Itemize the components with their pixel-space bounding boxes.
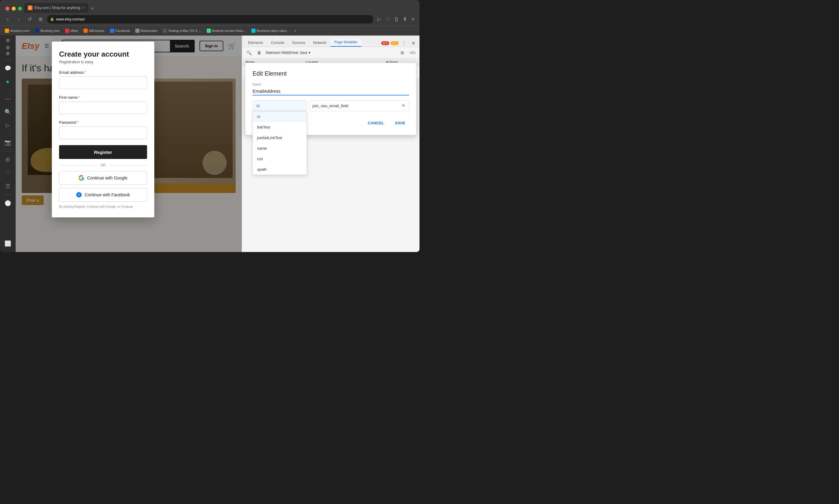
facebook-button-label: Continue with Facebook [85,192,130,197]
elements-tab-label: Elements [248,41,263,45]
or-text: OR [100,163,106,167]
sidebar-icon-circle2 [6,46,10,49]
bookmark-label: eBay [70,29,78,33]
or-line-left [59,165,97,166]
bookmarks-more-button[interactable]: » [292,28,298,34]
option-id-label: id [257,114,260,119]
modal-overlay: Create your account Registration is easy… [16,36,242,252]
facebook-signin-button[interactable]: f Continue with Facebook [59,188,147,202]
view-tabs-button[interactable]: ⊞ [36,15,45,23]
locator-value-container: 👁 [309,100,409,111]
bookmark-android[interactable]: Android version histo... [204,28,248,34]
dt-add-icon[interactable]: ⊞ [398,49,406,57]
password-input[interactable] [59,126,147,139]
bookmark-bookmarks[interactable]: Bookmarks [133,28,160,34]
devtools-tab-actions: ⊗ 5 ⚠ 1 ⋮ ✕ [381,40,417,47]
reload-button[interactable]: ↺ [25,15,34,23]
locator-type-button[interactable]: id [253,100,307,111]
traffic-lights [5,7,22,11]
tab-close-icon[interactable]: × [82,5,84,10]
devtools-panel: Elements Console Sources Network Page Mo… [242,36,420,252]
or-line-right [109,165,147,166]
url-text: www.etsy.com/au/ [56,17,85,21]
dt-driver-select[interactable]: Selenium WebDriver Java ▾ [266,51,310,55]
bookmark-booking[interactable]: Booking.com [33,28,62,34]
menu-button[interactable]: ≡ [410,16,416,23]
locator-value-input[interactable] [312,104,401,108]
new-tab-button[interactable]: + [88,4,97,13]
devtools-tab-elements[interactable]: Elements [244,39,267,47]
locator-option-linktext[interactable]: linkText [253,122,307,132]
sidebar-clock-icon[interactable]: 🕐 [2,198,13,209]
address-bar[interactable]: 🔒 www.etsy.com/au/ [47,15,373,23]
firstname-input[interactable] [59,102,147,114]
sidebar-list-icon[interactable]: ☰ [2,181,13,192]
sidebar-grid-icon[interactable]: ⊞ [2,154,13,165]
cancel-button[interactable]: CANCEL [364,118,388,128]
email-input[interactable] [59,76,147,89]
bookmark-amazon[interactable]: Amazon.com [2,28,32,34]
forward-button[interactable]: › [15,15,23,23]
edit-name-input[interactable] [253,87,409,95]
maximize-button[interactable] [18,7,22,11]
share-button[interactable]: ⬆ [401,15,408,23]
devtools-tab-sources[interactable]: Sources [288,39,309,47]
locator-option-name[interactable]: name [253,143,307,154]
option-name-label: name [257,146,267,150]
heart-button[interactable]: ♡ [384,15,392,23]
browser-tab-etsy[interactable]: E Etsy.com | Shop for anything × [24,3,88,13]
bookmarks-favicon [135,29,139,33]
locator-option-id[interactable]: id [253,111,307,122]
devtools-tab-console[interactable]: Console [267,39,288,47]
sidebar-icon-circle3 [6,52,10,55]
sidebar-expand-icon[interactable]: ⬜ [2,238,13,249]
locator-option-css[interactable]: css [253,154,307,164]
sidebar-divider4 [4,151,12,151]
sidebar-whatsapp-icon[interactable]: ● [2,76,13,87]
minimize-button[interactable] [12,7,16,11]
devtools-tab-page-modeller[interactable]: Page Modeller [330,38,361,47]
register-button[interactable]: Register [59,145,147,159]
play-button[interactable]: ▷ [376,15,382,23]
bookmark-business[interactable]: Business days calcu... [249,28,292,34]
fb-favicon [110,29,114,33]
close-button[interactable] [5,7,9,11]
devtools-menu-icon[interactable]: ⋮ [400,40,408,47]
locator-option-partiallinktext[interactable]: partialLinkText [253,132,307,143]
bookmark-aliexpress[interactable]: AliExpress [81,28,107,34]
edit-element-modal: Edit Element Name id id linkTex [245,62,416,135]
sidebar-heart-icon[interactable]: ♡ [2,167,13,178]
sidebar-camera-icon[interactable]: 📷 [2,137,13,148]
back-button[interactable]: ‹ [4,15,12,23]
dt-code-icon[interactable]: </> [409,49,416,57]
email-required-star: * [85,70,86,75]
sidebar-nav-icon[interactable]: ▷ [2,120,13,131]
modal-title: Create your account [59,50,147,58]
sidebar-divider2 [4,90,12,90]
locator-eye-icon[interactable]: 👁 [401,103,406,108]
bookmark-ebay[interactable]: eBay [63,28,81,34]
devtools-button[interactable]: {} [393,16,399,23]
sidebar-dash-icon: — [2,93,13,104]
modal-subtitle: Registration is easy. [59,60,147,64]
google-signin-button[interactable]: Continue with Google [59,171,147,185]
sidebar-messages-icon[interactable]: 💬 [2,63,13,74]
bookmark-testing[interactable]: Testing a Mac OS X ... [160,28,203,34]
booking-favicon [35,29,39,33]
bookmark-label: AliExpress [89,29,105,33]
google-button-label: Continue with Google [87,176,127,180]
devtools-close-button[interactable]: ✕ [410,40,417,47]
tab-bar: E Etsy.com | Shop for anything × + [0,0,420,13]
locator-option-xpath[interactable]: xpath [253,164,307,175]
tab-title: Etsy.com | Shop for anything [34,6,80,10]
dt-trash-icon[interactable]: 🗑 [255,49,263,57]
sidebar-divider5 [4,195,12,195]
devtools-tab-network[interactable]: Network [309,39,330,47]
facebook-icon: f [76,192,82,198]
bookmark-facebook[interactable]: Facebook [107,28,132,34]
bookmark-label: Facebook [116,29,130,33]
save-button[interactable]: SAVE [392,118,409,128]
sidebar-search-icon[interactable]: 🔍 [2,107,13,118]
dt-search-icon[interactable]: 🔍 [245,49,253,57]
ali-favicon [84,29,88,33]
